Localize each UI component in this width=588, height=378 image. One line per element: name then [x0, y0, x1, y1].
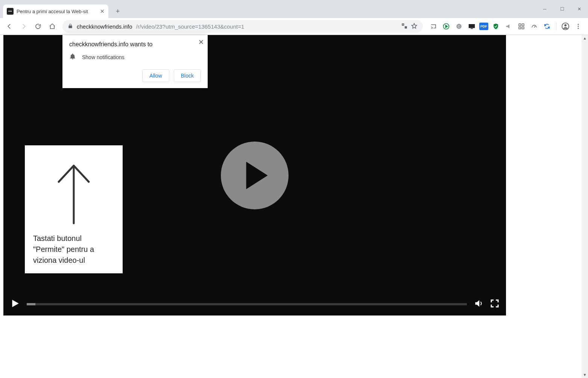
svg-rect-7 — [519, 27, 521, 29]
bell-icon — [69, 53, 76, 61]
forward-button[interactable] — [17, 20, 30, 33]
extension-monitor-icon[interactable] — [466, 21, 477, 32]
tab-title: Pentru a primi accesul la Web-sit — [17, 9, 97, 14]
svg-rect-3 — [469, 24, 475, 28]
reload-button[interactable] — [32, 20, 44, 33]
toolbar-separator — [556, 22, 556, 30]
notification-close-icon[interactable]: ✕ — [198, 38, 204, 46]
video-volume-button[interactable] — [474, 299, 483, 310]
tab-close-icon[interactable]: ✕ — [100, 8, 105, 14]
video-center-play-button[interactable] — [221, 142, 289, 209]
notification-origin-text: checkknowfriends.info wants to — [69, 41, 201, 48]
window-maximize-button[interactable]: ☐ — [553, 0, 571, 18]
extension-megaphone-icon[interactable] — [503, 21, 514, 32]
address-bar[interactable]: checkknowfriends.info/r/video/23?utm_sou… — [62, 20, 423, 33]
video-progress-fill — [27, 303, 35, 305]
extension-play-icon[interactable] — [441, 21, 451, 32]
video-fullscreen-button[interactable] — [490, 299, 499, 309]
video-controls-bar — [3, 293, 506, 316]
window-minimize-button[interactable]: ─ — [536, 0, 553, 18]
video-progress-bar[interactable] — [27, 303, 467, 305]
new-tab-button[interactable]: + — [112, 6, 123, 17]
window-controls: ─ ☐ ✕ — [536, 0, 588, 18]
extension-shield-icon[interactable] — [491, 21, 501, 32]
svg-point-13 — [578, 28, 579, 29]
translate-icon[interactable] — [401, 23, 408, 30]
kebab-menu-icon[interactable] — [573, 21, 583, 32]
browser-toolbar: checkknowfriends.info/r/video/23?utm_sou… — [0, 18, 588, 35]
home-button[interactable] — [46, 20, 59, 33]
instruction-text: Tastati butonul "Permite" pentru a vizio… — [33, 233, 114, 266]
url-path: /r/video/23?utm_source=1365143&count=1 — [136, 23, 245, 30]
lock-icon — [68, 23, 73, 30]
svg-rect-4 — [471, 28, 473, 29]
extension-gauge-icon[interactable] — [529, 21, 539, 32]
page-scrollbar[interactable]: ▲ ▼ — [582, 35, 588, 378]
extensions-row: C PDF — [427, 21, 585, 32]
instruction-card: Tastati butonul "Permite" pentru a vizio… — [25, 145, 123, 273]
svg-rect-8 — [522, 27, 524, 29]
notification-allow-button[interactable]: Allow — [142, 69, 169, 82]
notification-permission-label: Show notifications — [82, 54, 125, 60]
extension-cast-icon[interactable] — [428, 21, 439, 32]
extension-sync-icon[interactable] — [542, 21, 552, 32]
tab-favicon: ••• — [7, 8, 14, 15]
notification-permission-popup: ✕ checkknowfriends.info wants to Show no… — [62, 35, 208, 88]
omnibox-actions — [401, 23, 418, 30]
svg-rect-5 — [519, 24, 521, 26]
svg-point-10 — [564, 24, 567, 26]
notification-block-button[interactable]: Block — [174, 69, 201, 82]
window-close-button[interactable]: ✕ — [571, 0, 588, 18]
browser-tab[interactable]: ••• Pentru a primi accesul la Web-sit ✕ — [3, 5, 108, 18]
svg-rect-6 — [522, 24, 524, 26]
profile-avatar-icon[interactable] — [560, 21, 571, 32]
scroll-down-arrow-icon[interactable]: ▼ — [582, 372, 588, 378]
video-play-button[interactable] — [10, 298, 20, 310]
svg-point-12 — [578, 26, 579, 27]
svg-point-11 — [578, 24, 579, 25]
extension-grid-icon[interactable] — [516, 21, 527, 32]
extension-pdf-icon[interactable]: PDF — [479, 23, 488, 30]
url-host: checkknowfriends.info — [77, 23, 132, 30]
scroll-up-arrow-icon[interactable]: ▲ — [582, 35, 588, 41]
bookmark-star-icon[interactable] — [411, 23, 418, 30]
svg-text:C: C — [458, 25, 460, 28]
extension-c-icon[interactable]: C — [454, 21, 464, 32]
arrow-up-icon — [33, 153, 114, 233]
back-button[interactable] — [3, 20, 16, 33]
tab-bar: ••• Pentru a primi accesul la Web-sit ✕ … — [0, 0, 588, 18]
